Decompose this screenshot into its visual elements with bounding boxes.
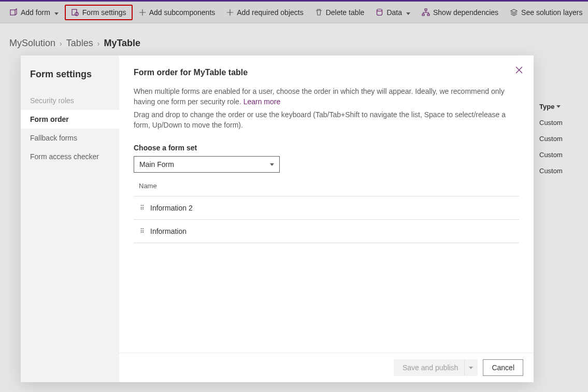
learn-more-link[interactable]: Learn more — [243, 97, 281, 106]
save-and-publish-button: Save and publish — [394, 359, 478, 376]
data-icon — [376, 8, 383, 16]
form-order-row[interactable]: ⠿ Information — [134, 220, 519, 243]
form-set-value: Main Form — [139, 160, 174, 169]
toolbar: Add form Form settings Add subcomponents… — [0, 2, 588, 23]
dialog-title: Form order for MyTable table — [134, 68, 519, 77]
svg-rect-6 — [427, 14, 429, 16]
sidebar-item-fallback-forms[interactable]: Fallback forms — [21, 129, 119, 147]
add-required-objects-button[interactable]: Add required objects — [221, 6, 308, 19]
form-order-list: ⠿ Information 2 ⠿ Information — [134, 196, 519, 243]
form-settings-button[interactable]: Form settings — [65, 5, 133, 20]
form-order-row[interactable]: ⠿ Information 2 — [134, 197, 519, 220]
add-subcomponents-label: Add subcomponents — [149, 8, 216, 17]
add-form-button[interactable]: Add form — [4, 6, 64, 19]
breadcrumb-root[interactable]: MySolution — [9, 38, 55, 49]
form-settings-dialog: Form settings Security roles Form order … — [21, 55, 534, 382]
chevron-down-icon — [406, 8, 410, 17]
breadcrumb-current: MyTable — [104, 38, 140, 49]
help-text-2: Drag and drop to change the order or use… — [134, 110, 507, 130]
form-name: Information — [150, 227, 187, 235]
type-column-header[interactable]: Type — [539, 99, 581, 115]
table-row[interactable]: Custom — [539, 115, 581, 131]
delete-table-button[interactable]: Delete table — [310, 6, 370, 19]
data-label: Data — [386, 8, 402, 17]
sidebar-item-security-roles[interactable]: Security roles — [21, 91, 119, 110]
dialog-sidebar-title: Form settings — [21, 66, 119, 91]
chevron-down-icon — [54, 8, 59, 17]
table-row[interactable]: Custom — [539, 131, 581, 147]
breadcrumb: MySolution › Tables › MyTable — [9, 38, 588, 49]
table-row[interactable]: Custom — [539, 147, 581, 163]
show-dependencies-label: Show dependencies — [433, 8, 498, 17]
data-button[interactable]: Data — [370, 6, 415, 19]
delete-table-label: Delete table — [326, 8, 365, 17]
svg-rect-5 — [422, 14, 424, 16]
svg-rect-0 — [10, 10, 15, 15]
chevron-down-icon — [270, 163, 274, 166]
see-solution-layers-button[interactable]: See solution layers — [505, 6, 587, 19]
svg-point-3 — [377, 9, 382, 11]
help-text-1: When multiple forms are enabled for a us… — [134, 87, 507, 107]
chevron-down-icon — [469, 367, 473, 369]
form-set-select[interactable]: Main Form — [134, 156, 280, 173]
choose-form-set-label: Choose a form set — [134, 144, 519, 152]
dependencies-icon — [422, 8, 430, 17]
table-row[interactable]: Custom — [539, 163, 581, 179]
show-dependencies-button[interactable]: Show dependencies — [417, 6, 504, 19]
plus-icon — [139, 9, 146, 16]
svg-rect-4 — [425, 9, 427, 10]
form-settings-icon — [71, 8, 79, 17]
trash-icon — [315, 8, 323, 16]
see-solution-layers-label: See solution layers — [521, 8, 582, 17]
add-form-icon — [9, 8, 18, 17]
dialog-sidebar: Form settings Security roles Form order … — [21, 55, 119, 382]
cancel-button[interactable]: Cancel — [483, 359, 523, 376]
dialog-footer: Save and publish Cancel — [119, 353, 534, 382]
add-subcomponents-button[interactable]: Add subcomponents — [134, 6, 221, 19]
add-form-label: Add form — [21, 8, 50, 17]
sidebar-item-form-access-checker[interactable]: Form access checker — [21, 147, 119, 166]
grip-icon[interactable]: ⠿ — [139, 230, 144, 233]
chevron-down-icon — [556, 105, 561, 108]
background-table: Type Custom Custom Custom Custom — [539, 99, 581, 179]
sidebar-item-form-order[interactable]: Form order — [21, 110, 119, 129]
breadcrumb-mid[interactable]: Tables — [66, 38, 93, 49]
chevron-right-icon: › — [60, 39, 62, 48]
grip-icon[interactable]: ⠿ — [139, 207, 144, 209]
chevron-right-icon: › — [97, 39, 100, 48]
layers-icon — [510, 8, 518, 17]
close-icon[interactable] — [513, 64, 525, 78]
form-settings-label: Form settings — [82, 8, 126, 17]
add-required-objects-label: Add required objects — [237, 8, 303, 17]
form-name: Information 2 — [150, 204, 193, 212]
plus-icon — [226, 9, 234, 16]
name-column-header: Name — [134, 173, 519, 196]
